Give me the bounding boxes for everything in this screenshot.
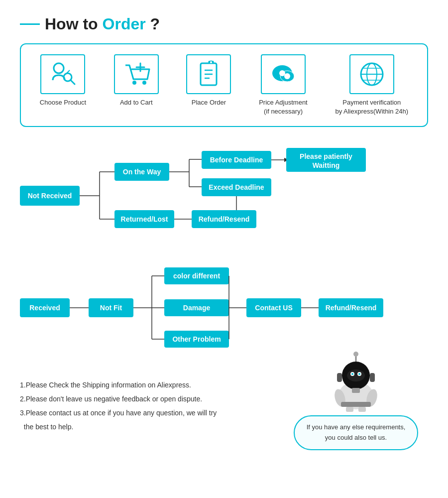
robot-area: If you have any else requirements,you co… bbox=[294, 348, 418, 450]
robot-bubble-text: If you have any else requirements,you co… bbox=[307, 423, 406, 441]
svg-rect-81 bbox=[370, 373, 375, 382]
step-add-to-cart: Add to Cart bbox=[114, 54, 159, 107]
add-to-cart-label: Add to Cart bbox=[120, 98, 153, 107]
choose-product-label: Choose Product bbox=[40, 98, 86, 107]
svg-point-73 bbox=[347, 370, 365, 381]
svg-text:Refund/Resend: Refund/Resend bbox=[199, 215, 250, 223]
svg-text:On the Way: On the Way bbox=[123, 168, 161, 176]
bottom-section: 1.Please Check the Shipping information … bbox=[20, 378, 428, 478]
svg-rect-85 bbox=[341, 402, 371, 407]
place-order-label: Place Order bbox=[192, 98, 226, 107]
svg-point-15 bbox=[279, 70, 285, 76]
svg-text:Received: Received bbox=[29, 304, 60, 312]
svg-text:Returned/Lost: Returned/Lost bbox=[121, 215, 168, 223]
title-highlight: Order bbox=[103, 15, 146, 33]
svg-text:Please patiently: Please patiently bbox=[300, 152, 352, 160]
svg-text:Other Problem: Other Problem bbox=[172, 335, 221, 343]
svg-text:Refund/Resend: Refund/Resend bbox=[326, 304, 377, 312]
svg-text:Before Deadline: Before Deadline bbox=[210, 156, 263, 164]
svg-rect-82 bbox=[352, 388, 360, 393]
svg-text:Waitting: Waitting bbox=[313, 161, 340, 169]
robot-icon bbox=[326, 348, 386, 413]
payment-verification-icon bbox=[357, 59, 387, 89]
svg-point-0 bbox=[54, 63, 64, 73]
flowchart-not-received: Not Received On the Way Before Deadline … bbox=[15, 142, 433, 253]
flowchart1-svg: Not Received On the Way Before Deadline … bbox=[15, 142, 423, 251]
svg-text:Not Received: Not Received bbox=[28, 192, 72, 200]
step-price-adjustment: Price Adjustment(if necessary) bbox=[259, 54, 308, 116]
svg-text:Not Fit: Not Fit bbox=[100, 304, 122, 312]
svg-line-2 bbox=[71, 80, 75, 84]
price-adjustment-icon-box bbox=[261, 54, 306, 94]
place-order-icon-box bbox=[186, 54, 231, 94]
step-place-order: Place Order bbox=[186, 54, 231, 107]
svg-text:Exceed Deadline: Exceed Deadline bbox=[209, 183, 264, 191]
svg-point-5 bbox=[142, 81, 146, 85]
svg-point-4 bbox=[132, 81, 136, 85]
payment-verification-icon-box bbox=[349, 54, 394, 94]
svg-point-76 bbox=[351, 373, 353, 375]
svg-text:color different: color different bbox=[173, 272, 220, 280]
page-title: How to Order ? bbox=[45, 15, 160, 33]
svg-text:Contact US: Contact US bbox=[255, 304, 292, 312]
step-choose-product: Choose Product bbox=[40, 54, 86, 107]
svg-point-77 bbox=[358, 373, 360, 375]
header-line bbox=[20, 23, 40, 25]
flowchart2-svg: Received Not Fit color different Damage … bbox=[15, 258, 423, 358]
price-adjustment-icon bbox=[268, 59, 298, 89]
choose-product-icon-box bbox=[40, 54, 85, 94]
order-steps-box: Choose Product Add to Cart Pla bbox=[20, 43, 428, 127]
svg-point-12 bbox=[210, 61, 212, 63]
svg-point-16 bbox=[284, 73, 290, 79]
payment-verification-label: Payment verificationby Aliexpress(Within… bbox=[335, 98, 408, 116]
svg-rect-86 bbox=[346, 407, 353, 412]
svg-rect-80 bbox=[337, 373, 342, 382]
step-payment-verification: Payment verificationby Aliexpress(Within… bbox=[335, 54, 408, 116]
svg-point-79 bbox=[353, 352, 358, 357]
svg-text:Damage: Damage bbox=[183, 304, 211, 312]
add-to-cart-icon bbox=[121, 59, 151, 89]
price-adjustment-label: Price Adjustment(if necessary) bbox=[259, 98, 308, 116]
robot-speech-bubble: If you have any else requirements,you co… bbox=[294, 415, 418, 450]
place-order-icon bbox=[194, 59, 224, 89]
choose-product-icon bbox=[48, 59, 78, 89]
svg-rect-87 bbox=[358, 407, 366, 412]
header: How to Order ? bbox=[0, 0, 448, 38]
add-to-cart-icon-box bbox=[114, 54, 159, 94]
